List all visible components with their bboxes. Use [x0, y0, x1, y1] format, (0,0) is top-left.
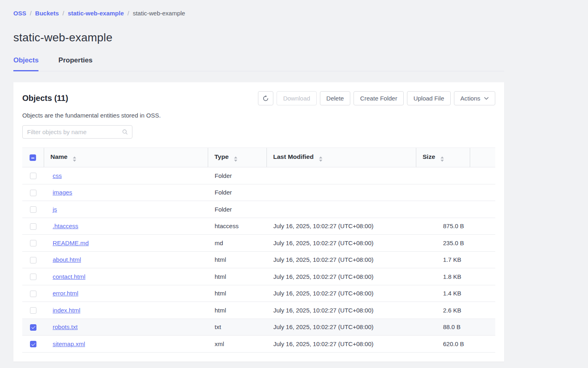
column-header-type[interactable]: Type: [208, 148, 266, 167]
refresh-button[interactable]: [258, 91, 273, 105]
sort-icon: [441, 156, 444, 162]
table-row: contact.html html July 16, 2025, 10:02:2…: [22, 268, 495, 285]
object-type: Folder: [208, 184, 266, 201]
row-checkbox[interactable]: [30, 291, 36, 297]
object-type: xml: [208, 336, 266, 353]
row-checkbox[interactable]: [30, 341, 36, 347]
filter-container: [22, 125, 132, 139]
object-name-link[interactable]: README.md: [53, 240, 89, 246]
row-checkbox[interactable]: [30, 206, 36, 213]
objects-panel: Objects (11) Download Delete Create Fold…: [13, 82, 504, 362]
breadcrumb: OSS / Buckets / static-web-example / sta…: [13, 10, 588, 17]
column-header-size[interactable]: Size: [416, 148, 470, 167]
object-type: Folder: [208, 201, 266, 218]
tab-objects[interactable]: Objects: [13, 56, 38, 71]
object-name-link[interactable]: index.html: [53, 307, 80, 314]
row-checkbox[interactable]: [30, 190, 36, 196]
object-size: 235.0 B: [416, 235, 470, 252]
breadcrumb-link-buckets[interactable]: Buckets: [35, 10, 59, 17]
object-size: 875.0 B: [416, 218, 470, 235]
object-last-modified: [266, 201, 416, 218]
page-title: static-web-example: [13, 31, 588, 44]
row-checkbox[interactable]: [30, 307, 36, 314]
table-row: .htaccess htaccess July 16, 2025, 10:02:…: [22, 218, 495, 235]
object-type: html: [208, 251, 266, 268]
table-row: about.html html July 16, 2025, 10:02:27 …: [22, 251, 495, 268]
toolbar: Download Delete Create Folder Upload Fil…: [258, 91, 495, 105]
table-header-row: Name Type Last Modified Size: [22, 148, 495, 167]
breadcrumb-separator: /: [62, 10, 64, 17]
object-last-modified: [266, 184, 416, 201]
row-checkbox[interactable]: [30, 257, 36, 263]
object-name-link[interactable]: css: [53, 172, 62, 179]
column-header-size-label: Size: [423, 153, 435, 160]
breadcrumb-link-oss[interactable]: OSS: [13, 10, 26, 17]
download-button[interactable]: Download: [277, 91, 317, 105]
page: OSS / Buckets / static-web-example / sta…: [0, 0, 588, 362]
object-name-link[interactable]: error.html: [53, 290, 78, 297]
search-icon: [122, 129, 128, 137]
object-last-modified: July 16, 2025, 10:02:27 (UTC+08:00): [266, 268, 416, 285]
panel-description: Objects are the fundamental entities sto…: [22, 112, 495, 119]
object-type: Folder: [208, 167, 266, 184]
table-row: js Folder: [22, 201, 495, 218]
object-last-modified: July 16, 2025, 10:02:27 (UTC+08:00): [266, 235, 416, 252]
object-last-modified: July 16, 2025, 10:02:27 (UTC+08:00): [266, 336, 416, 353]
create-folder-button[interactable]: Create Folder: [354, 91, 404, 105]
object-size: [416, 201, 470, 218]
column-header-name[interactable]: Name: [44, 148, 208, 167]
object-name-link[interactable]: robots.txt: [53, 323, 78, 330]
breadcrumb-separator: /: [30, 10, 32, 17]
column-header-name-label: Name: [51, 153, 68, 160]
object-size: [416, 184, 470, 201]
object-name-link[interactable]: images: [53, 189, 72, 196]
filter-input[interactable]: [22, 125, 132, 139]
object-size: 1.7 KB: [416, 251, 470, 268]
panel-header: Objects (11) Download Delete Create Fold…: [22, 91, 495, 105]
object-last-modified: July 16, 2025, 10:02:27 (UTC+08:00): [266, 319, 416, 336]
row-checkbox[interactable]: [30, 173, 36, 179]
object-last-modified: [266, 167, 416, 184]
table-row: images Folder: [22, 184, 495, 201]
row-checkbox[interactable]: [30, 274, 36, 280]
breadcrumb-link-bucket[interactable]: static-web-example: [68, 10, 124, 17]
object-name-link[interactable]: .htaccess: [53, 223, 78, 229]
object-name-link[interactable]: contact.html: [53, 273, 85, 280]
sort-icon: [319, 156, 322, 162]
header-checkbox-cell: [22, 148, 44, 167]
object-last-modified: July 16, 2025, 10:02:27 (UTC+08:00): [266, 302, 416, 319]
object-last-modified: July 16, 2025, 10:02:27 (UTC+08:00): [266, 218, 416, 235]
tab-bar: Objects Properties: [13, 56, 504, 71]
object-size: 620.0 B: [416, 336, 470, 353]
column-header-empty: [470, 148, 495, 167]
row-checkbox[interactable]: [30, 240, 36, 246]
object-type: html: [208, 268, 266, 285]
object-name-link[interactable]: js: [53, 206, 57, 213]
chevron-down-icon: [484, 97, 489, 100]
table-row: css Folder: [22, 167, 495, 184]
object-type: htaccess: [208, 218, 266, 235]
object-size: 2.6 KB: [416, 302, 470, 319]
breadcrumb-separator: /: [128, 10, 129, 17]
sort-icon: [73, 156, 76, 162]
table-row: index.html html July 16, 2025, 10:02:27 …: [22, 302, 495, 319]
row-checkbox[interactable]: [30, 223, 36, 230]
tab-properties[interactable]: Properties: [58, 56, 92, 71]
row-checkbox[interactable]: [30, 324, 36, 331]
object-size: 1.8 KB: [416, 268, 470, 285]
table-row: README.md md July 16, 2025, 10:02:27 (UT…: [22, 235, 495, 252]
object-name-link[interactable]: sitemap.xml: [53, 340, 85, 347]
table-row: robots.txt txt July 16, 2025, 10:02:27 (…: [22, 319, 495, 336]
actions-button-label: Actions: [460, 95, 480, 102]
object-size: [416, 167, 470, 184]
object-name-link[interactable]: about.html: [53, 256, 81, 263]
column-header-last-modified[interactable]: Last Modified: [266, 148, 416, 167]
object-type: txt: [208, 319, 266, 336]
breadcrumb-current: static-web-example: [133, 10, 185, 17]
object-size: 1.4 KB: [416, 285, 470, 302]
select-all-checkbox[interactable]: [30, 154, 36, 161]
actions-button[interactable]: Actions: [454, 91, 495, 105]
delete-button[interactable]: Delete: [320, 91, 350, 105]
upload-file-button[interactable]: Upload File: [407, 91, 451, 105]
object-type: html: [208, 285, 266, 302]
